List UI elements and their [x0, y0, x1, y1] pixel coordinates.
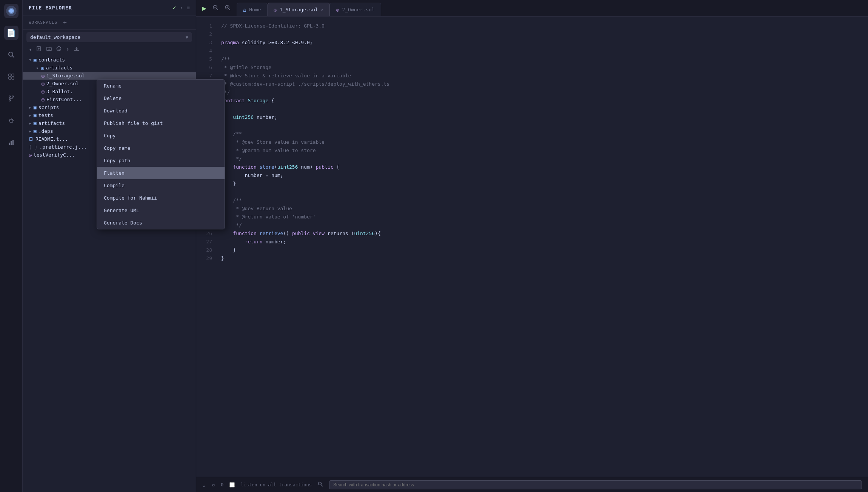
- sol-file-icon: ◎: [42, 89, 45, 94]
- file-label: FirstCont...: [46, 97, 82, 102]
- publish-gist-label: Publish file to gist: [104, 120, 163, 126]
- hamburger-icon[interactable]: ≡: [187, 5, 190, 11]
- svg-rect-7: [12, 77, 14, 79]
- workspaces-label: WORKSPACES: [29, 20, 57, 25]
- svg-point-9: [12, 96, 14, 97]
- svg-rect-14: [12, 140, 14, 145]
- file-label: README.t...: [35, 136, 68, 142]
- file-label: 3_Ballot.: [46, 89, 73, 94]
- context-menu-download[interactable]: Download: [97, 105, 225, 117]
- tab-bar: ⌂ Home ◎ 1_Storage.sol ✕ ◎ 2_Owner.sol: [237, 0, 862, 16]
- tab-1storage-label: 1_Storage.sol: [280, 7, 318, 12]
- folder-icon: ▣: [34, 57, 37, 63]
- tab-2owner[interactable]: ◎ 2_Owner.sol: [330, 3, 381, 16]
- svg-rect-4: [9, 74, 11, 76]
- collapse-icon[interactable]: ▾: [29, 46, 32, 53]
- workspace-chevron-icon: ▼: [186, 35, 188, 40]
- context-menu-compile-nahmii[interactable]: Compile for Nahmii: [97, 192, 225, 204]
- svg-rect-13: [11, 141, 12, 145]
- generate-uml-label: Generate UML: [104, 208, 139, 213]
- svg-point-29: [318, 482, 321, 485]
- code-editor[interactable]: 1 2 3 4 5 6 7 8 9 10 11 12 13 14 15 16 1…: [196, 17, 868, 477]
- chevron-down-icon: ▾: [29, 57, 32, 63]
- context-menu-rename[interactable]: Rename: [97, 80, 225, 92]
- chevron-right-icon: ▸: [29, 112, 32, 118]
- context-menu-flatten[interactable]: Flatten: [97, 167, 225, 179]
- debug-sidebar-icon[interactable]: [4, 113, 18, 128]
- search-sidebar-icon[interactable]: [4, 48, 18, 62]
- folder-label: tests: [38, 112, 53, 118]
- search-status-icon[interactable]: [318, 481, 323, 488]
- sol-tab-icon: ◎: [274, 7, 277, 12]
- chevron-right-icon: ▸: [29, 120, 32, 126]
- context-menu-generate-docs[interactable]: Generate Docs: [97, 217, 225, 229]
- file-toolbar: ▾ ↑: [23, 45, 196, 54]
- context-menu-delete[interactable]: Delete: [97, 92, 225, 105]
- new-file-icon[interactable]: [37, 46, 42, 53]
- file-label: .prettierrc.j...: [39, 144, 86, 150]
- github-icon[interactable]: [56, 46, 62, 53]
- folder-label: scripts: [38, 105, 59, 110]
- folder-label: artifacts: [46, 65, 72, 71]
- git-sidebar-icon[interactable]: [4, 91, 18, 106]
- stop-icon[interactable]: ⊘: [211, 482, 214, 488]
- editor-toolbar: ▶ ⌂ Home ◎ 1_Storage.sol: [196, 0, 868, 17]
- chevron-right-icon[interactable]: ›: [180, 5, 183, 11]
- plugin-sidebar-icon[interactable]: [4, 69, 18, 84]
- svg-line-23: [217, 9, 218, 10]
- logo-icon[interactable]: [4, 4, 18, 18]
- file-explorer-sidebar-icon[interactable]: 📄: [4, 26, 18, 40]
- generate-docs-label: Generate Docs: [104, 220, 142, 226]
- copy-path-label: Copy path: [104, 158, 130, 163]
- svg-line-30: [321, 485, 323, 487]
- context-menu-compile[interactable]: Compile: [97, 179, 225, 192]
- analytics-sidebar-icon[interactable]: [4, 135, 18, 149]
- compile-nahmii-label: Compile for Nahmii: [104, 195, 157, 201]
- search-input[interactable]: [333, 482, 858, 487]
- workspace-name: default_workspace: [30, 34, 80, 40]
- tab-home[interactable]: ⌂ Home: [237, 3, 268, 16]
- context-menu-copy-name[interactable]: Copy name: [97, 142, 225, 154]
- file-label: 1_Storage.sol: [46, 73, 85, 78]
- file-explorer-panel: FILE EXPLORER ✓ › ≡ WORKSPACES ＋ default…: [23, 0, 196, 492]
- download-toolbar-icon[interactable]: [74, 46, 79, 53]
- code-content[interactable]: // SPDX-License-Identifier: GPL-3.0 prag…: [215, 17, 868, 477]
- zoom-out-icon[interactable]: [212, 4, 219, 12]
- expand-icon[interactable]: ⌄: [202, 482, 205, 488]
- sol-tab-icon-2: ◎: [336, 7, 339, 12]
- folder-icon: ▣: [34, 105, 37, 110]
- folder-label: .deps: [38, 128, 53, 134]
- context-menu-publish-gist[interactable]: Publish file to gist: [97, 117, 225, 129]
- zoom-in-icon[interactable]: [225, 4, 231, 12]
- context-menu-copy-path[interactable]: Copy path: [97, 154, 225, 167]
- check-icon[interactable]: ✓: [173, 5, 176, 11]
- folder-icon: ▣: [41, 65, 44, 71]
- chevron-right-icon: ▸: [29, 105, 32, 110]
- sol-file-icon: ◎: [42, 73, 45, 78]
- file-icon: 🗒: [29, 136, 34, 142]
- tree-item-contracts[interactable]: ▾ ▣ contracts: [23, 56, 196, 64]
- tab-close-1storage[interactable]: ✕: [321, 7, 324, 12]
- folder-label: artifacts: [38, 120, 65, 126]
- upload-icon[interactable]: ↑: [66, 46, 69, 53]
- context-menu-copy[interactable]: Copy: [97, 129, 225, 142]
- rename-label: Rename: [104, 83, 122, 89]
- add-workspace-button[interactable]: ＋: [62, 18, 68, 26]
- search-bar[interactable]: [329, 480, 862, 489]
- workspace-selector[interactable]: default_workspace ▼: [26, 32, 192, 42]
- file-label: 2_Owner.sol: [46, 81, 79, 86]
- context-menu-generate-uml[interactable]: Generate UML: [97, 204, 225, 217]
- folder-icon: ▣: [34, 112, 37, 118]
- svg-rect-5: [12, 74, 14, 76]
- listen-checkbox[interactable]: [229, 482, 235, 487]
- download-label: Download: [104, 108, 128, 114]
- tab-1storage[interactable]: ◎ 1_Storage.sol ✕: [268, 3, 330, 16]
- explorer-header-icons: ✓ › ≡: [173, 5, 190, 11]
- svg-rect-12: [9, 143, 10, 145]
- run-button[interactable]: ▶: [202, 4, 206, 12]
- tree-item-artifacts-contracts[interactable]: ▸ ▣ artifacts: [23, 64, 196, 72]
- tree-item-1storage[interactable]: ◎ 1_Storage.sol: [23, 72, 196, 80]
- tab-2owner-label: 2_Owner.sol: [342, 7, 374, 12]
- tab-home-label: Home: [249, 7, 261, 12]
- new-folder-icon[interactable]: [46, 46, 52, 53]
